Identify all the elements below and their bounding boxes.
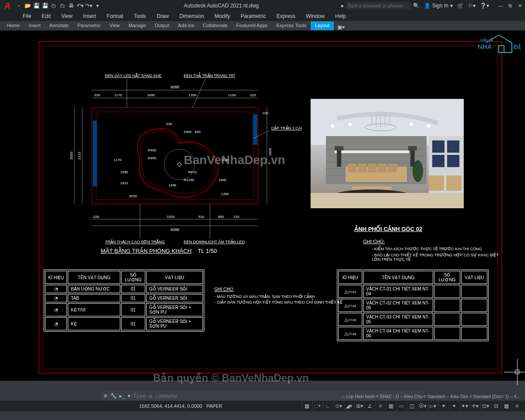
clean-icon[interactable]: ▦ [501,401,511,411]
svg-point-92 [348,122,352,126]
minimize-icon[interactable]: — [497,2,504,9]
search-icon[interactable]: 🔍 [413,3,420,9]
customize-icon[interactable]: ≡ [512,401,522,411]
ws-icon[interactable]: ✢▾ [470,401,480,411]
osnap-icon[interactable]: ⊞▾ [354,401,364,411]
svg-text:1350: 1350 [221,192,229,196]
menu-express[interactable]: Express [271,11,301,21]
tab-parametric[interactable]: Parametric [73,21,105,30]
svg-text:1690: 1690 [147,93,155,97]
menu-modify[interactable]: Modify [210,11,235,21]
signin-button[interactable]: 👤 Sign In ▾ [424,3,453,9]
tab-collaborate[interactable]: Collaborate [199,21,232,30]
svg-text:1170: 1170 [114,158,122,162]
scale-icon[interactable]: ▻▾ [428,401,438,411]
saveas-icon[interactable]: 💾 [41,2,49,10]
isoplane-icon[interactable]: ◢▾ [344,401,354,411]
menu-tools[interactable]: Tools [129,11,151,21]
tab-layout[interactable]: Layout [311,21,334,30]
ribbon-tabs: Home Insert Annotate Parametric View Man… [0,21,525,31]
units-icon[interactable]: ⊟ [491,401,500,411]
exchange-icon[interactable]: ⚐▾ [468,3,476,9]
svg-rect-69 [335,150,409,153]
svg-rect-74 [447,155,459,167]
menu-parametric[interactable]: Parametric [235,11,271,21]
tab-output[interactable]: Output [150,21,174,30]
tab-featured-apps[interactable]: Featured Apps [232,21,272,30]
new-icon[interactable]: ▫ [15,2,23,10]
undo-icon[interactable]: ↶▾ [76,2,84,10]
header-search-input[interactable] [346,2,411,10]
tab-view[interactable]: View [105,21,124,30]
cmdline-wrench-icon[interactable]: 🔧 [110,393,117,399]
svg-rect-90 [408,146,417,150]
av-icon[interactable]: ✦ [449,401,458,411]
svg-text:850: 850 [218,215,224,219]
svg-rect-87 [337,149,341,167]
svg-rect-77 [358,164,367,172]
cart-icon[interactable]: 🛒 [457,3,464,9]
render-ghichu-header: GHI CHÚ: [363,239,385,244]
redo-icon[interactable]: ↷▾ [85,2,93,10]
drawing-canvas[interactable]: 6090 220 1170 1690 1700 1100 220 3550 21… [0,31,525,381]
svg-text:220: 220 [94,93,100,97]
aspace-icon[interactable]: ✦ [438,401,448,411]
menu-format[interactable]: Format [102,11,129,21]
close-icon[interactable]: ✕ [516,2,523,9]
tab-insert[interactable]: Insert [24,21,45,30]
grid-icon[interactable]: ▦ [302,401,312,411]
ribbon-expand-icon[interactable]: ▣▾ [337,24,345,30]
svg-rect-83 [429,175,444,191]
qat-dropdown-icon[interactable]: ▾ [94,2,102,10]
tab-annotate[interactable]: Annotate [45,21,73,30]
monitor-icon[interactable]: ⊡▾ [480,401,490,411]
menu-bar: File Edit View Insert Format Tools Draw … [0,11,525,21]
svg-rect-3 [253,114,257,145]
print-icon[interactable]: 🖶 [67,2,75,10]
status-bar: 1582.5064, 414.4414, 0.0000 PAPER ▦ ⸬▾ ∟… [0,401,525,411]
render-note-1: - KIỂM TRA KÍCH THƯỚC THỰC TẾ TRƯỚC KHI … [372,247,482,251]
signin-dropdown-icon[interactable]: ▾ [450,3,453,9]
svg-rect-88 [335,146,343,150]
menu-window[interactable]: Window [301,11,330,21]
cloud-open-icon[interactable]: 🗀 [50,2,58,10]
svg-text:2402: 2402 [219,178,227,182]
svg-text:CẤP TRẦN 1 CÁCH SÀN 2700: CẤP TRẦN 1 CÁCH SÀN 2700 [271,125,302,130]
menu-dimension[interactable]: Dimension [174,11,210,21]
help-icon[interactable]: ❔▾ [480,3,489,9]
av2-icon[interactable]: ✦▾ [459,401,469,411]
restore-icon[interactable]: ⧉ [507,2,514,9]
plan-title: MẶT BẰNG TRẦN PHÒNG KHÁCH TL 1/50 [101,248,217,254]
selection-icon[interactable]: ▭ [396,401,406,411]
save-icon[interactable]: 💾 [32,2,40,10]
cloud-save-icon[interactable]: 🗀 [59,2,66,10]
space-mode[interactable]: PAPER [206,403,222,409]
sc-icon[interactable]: ◫ [407,401,416,411]
lineweight-icon[interactable]: ≡ [375,401,385,411]
menu-file[interactable]: File [18,11,36,21]
ortho-icon[interactable]: ∟ [323,401,332,411]
svg-text:1170: 1170 [114,93,122,97]
menu-insert[interactable]: Insert [78,11,102,21]
track-icon[interactable]: ∠ [365,401,374,411]
snap-icon[interactable]: ⸬▾ [312,401,322,411]
menu-help[interactable]: Help [330,11,351,21]
menu-draw[interactable]: Draw [151,11,174,21]
tab-express-tools[interactable]: Express Tools [272,21,311,30]
transparency-icon[interactable]: ▦ [386,401,396,411]
tab-addins[interactable]: Add-ins [174,21,199,30]
search-caret-icon: ▸ [341,3,344,9]
tab-home[interactable]: Home [3,21,24,30]
cmdline-close-icon[interactable]: ✕ [103,393,108,399]
annotation-icon[interactable]: ⦿▾ [417,401,427,411]
ceiling-plan: 6090 220 1170 1690 1700 1100 220 3550 21… [52,64,302,248]
tab-manage[interactable]: Manage [124,21,150,30]
polar-icon[interactable]: ⊙▾ [333,401,343,411]
app-logo[interactable]: A [2,0,13,11]
cmdline-dropdown-icon[interactable]: ▾ [128,393,130,399]
svg-text:220: 220 [250,93,256,97]
menu-edit[interactable]: Edit [36,11,56,21]
ghichu-left: GHI CHÚ: - MÀU TƯỜNG VÀ MÀU TRẦN, SÀN TH… [214,287,343,306]
open-icon[interactable]: 📂 [24,2,32,10]
menu-view[interactable]: View [56,11,78,21]
